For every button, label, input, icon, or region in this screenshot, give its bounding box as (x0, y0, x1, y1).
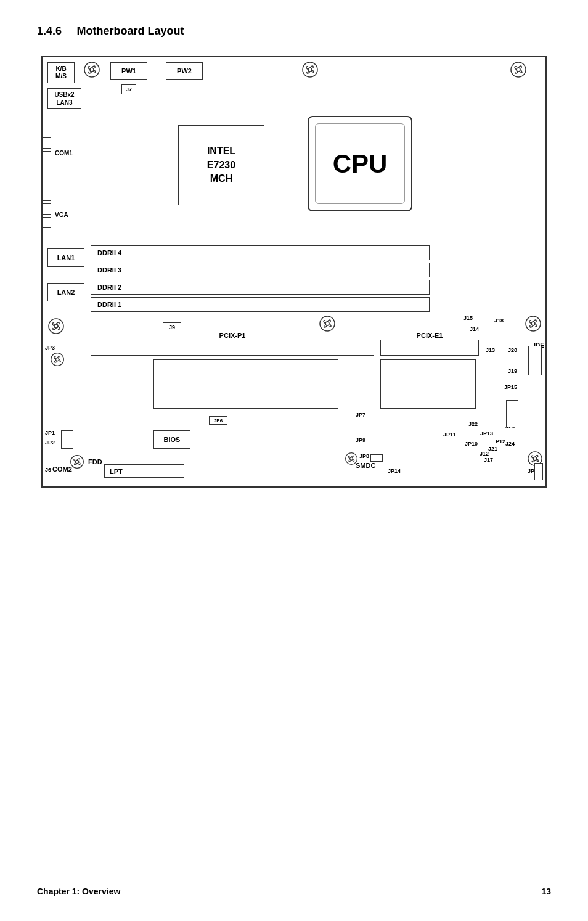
j17-label: J17 (484, 457, 493, 463)
lan1-box: LAN1 (47, 248, 84, 267)
vga-connector-1 (43, 190, 51, 201)
cpu-box: CPU (308, 116, 412, 211)
svg-point-13 (55, 358, 59, 361)
lpt-label: LPT (110, 468, 123, 475)
vga-label: VGA (55, 211, 68, 218)
vga-connector-2 (43, 203, 51, 215)
fan-icon-6 (525, 315, 542, 335)
jp16-connector (534, 463, 543, 480)
j11-slot (153, 359, 338, 409)
svg-point-17 (533, 457, 537, 460)
j18-label: J18 (494, 317, 504, 324)
section-number: 1.4.6 (37, 25, 62, 37)
jp7-connector (357, 420, 369, 438)
ddrii3-label: DDRII 3 (97, 266, 121, 274)
pcix-e1-label: PCIX-E1 (417, 332, 443, 339)
jp12-label: P12 (496, 438, 505, 444)
j20-label: J20 (508, 347, 517, 353)
svg-point-10 (526, 316, 541, 331)
mch-line3: MCH (210, 172, 232, 186)
pw1-box: PW1 (110, 62, 147, 80)
cpu-label: CPU (333, 149, 388, 179)
pw2-box: PW2 (166, 62, 203, 80)
jp11-label: JP11 (443, 432, 456, 438)
jp15-label-right: JP15 (504, 384, 517, 390)
fan-icon-5 (319, 315, 336, 335)
jp9-label: JP9 (356, 437, 365, 443)
footer-right: 13 (541, 886, 551, 896)
jp7-label: JP7 (356, 412, 365, 418)
mch-line1: INTEL (207, 144, 235, 158)
svg-point-9 (325, 322, 329, 325)
fan-icon-4 (47, 317, 65, 337)
ddrii1-slot: DDRII 1 (91, 297, 430, 312)
com1-connector-1 (43, 137, 51, 149)
fan-icon-1 (83, 61, 100, 81)
svg-point-5 (517, 68, 520, 72)
j12-label: J12 (480, 451, 489, 457)
motherboard-diagram: K/B M/S PW1 PW2 (41, 56, 547, 488)
svg-point-6 (49, 319, 63, 334)
section-title: Motherboard Layout (77, 25, 184, 37)
jp13-label: JP13 (480, 430, 493, 436)
smdc-label: SMDC (356, 462, 375, 469)
fan-icon-3 (510, 61, 527, 81)
svg-point-7 (54, 324, 58, 328)
j9-jumper: J9 (163, 322, 181, 332)
j13-label: J13 (486, 347, 495, 353)
jp1-label: JP1 (45, 430, 55, 436)
pcix-p1-label: PCIX-P1 (219, 332, 246, 339)
svg-point-2 (303, 62, 317, 77)
page-footer: Chapter 1: Overview 13 (0, 880, 588, 896)
com1-connector-2 (43, 151, 51, 162)
kb-ms-box: K/B M/S (47, 62, 75, 83)
ddrii3-slot: DDRII 3 (91, 263, 430, 277)
svg-point-15 (350, 457, 353, 460)
jp8-label: JP8 (359, 453, 369, 459)
jp3-label: JP3 (45, 345, 55, 351)
jp2-label: JP2 (45, 440, 55, 446)
ddrii4-label: DDRII 4 (97, 249, 121, 256)
jp8-box (370, 454, 383, 462)
fan-icon-7 (50, 352, 65, 369)
pcix-e1-slot: PCIX-E1 (380, 340, 479, 356)
j6-label: J6 (45, 467, 51, 473)
ddrii2-label: DDRII 2 (97, 284, 121, 291)
j21-label: J21 (488, 446, 497, 452)
ddrii1-label: DDRII 1 (97, 301, 121, 308)
ddrii4-slot: DDRII 4 (91, 245, 430, 260)
usbx2-lan3-box: USBx2 LAN3 (47, 88, 81, 109)
ide-connector (528, 346, 542, 375)
jp6-jumper: JP6 (209, 416, 227, 425)
ddrii2-slot: DDRII 2 (91, 280, 430, 295)
mch-box: INTEL E7230 MCH (178, 125, 264, 205)
svg-point-19 (75, 460, 78, 463)
jp14-label: JP14 (388, 468, 401, 474)
mch-line2: E7230 (207, 158, 235, 172)
pcix-e1-detail (380, 359, 476, 409)
lan2-box: LAN2 (47, 283, 84, 301)
jp15-connector (506, 400, 518, 427)
svg-point-3 (308, 68, 312, 72)
svg-point-18 (71, 456, 84, 469)
com2-label: COM2 (52, 465, 72, 473)
jp1-jp2-connector (61, 430, 73, 449)
svg-point-11 (531, 322, 535, 325)
bios-chip: BIOS (153, 430, 190, 449)
svg-point-0 (84, 62, 99, 77)
pcix-p1-slot: PCIX-P1 (91, 340, 374, 356)
j19-label: J19 (508, 368, 517, 374)
svg-point-1 (90, 68, 94, 72)
j22-label: J22 (468, 421, 478, 427)
svg-point-8 (320, 316, 335, 331)
fan-icon-2 (301, 61, 319, 81)
svg-point-12 (51, 353, 64, 366)
lpt-slot: LPT (104, 464, 184, 478)
svg-point-4 (511, 62, 526, 77)
j7-jumper: J7 (121, 84, 136, 94)
jp10-label: JP10 (465, 441, 478, 447)
j15-label: J15 (463, 315, 473, 321)
fdd-label: FDD (88, 458, 102, 465)
j14-label: J14 (470, 326, 479, 332)
footer-left: Chapter 1: Overview (37, 886, 120, 896)
